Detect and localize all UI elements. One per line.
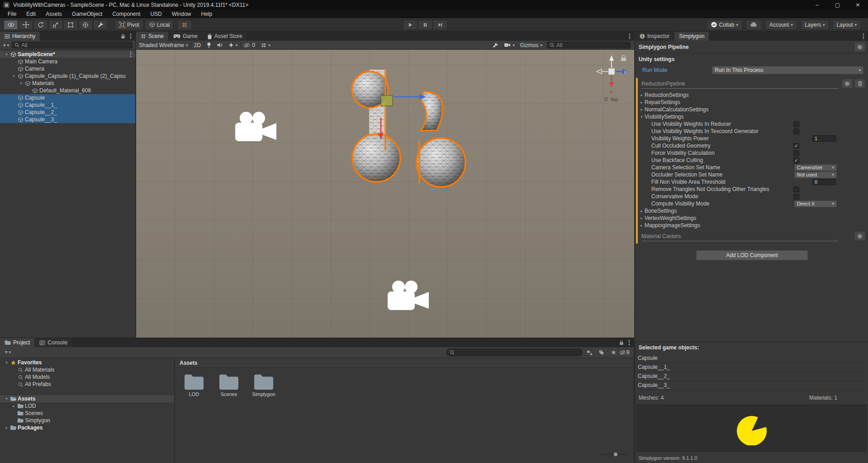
gizmos-dropdown[interactable]: Gizmos▾ bbox=[517, 41, 545, 50]
menu-item-assets[interactable]: Assets bbox=[41, 10, 67, 18]
tab-hierarchy[interactable]: Hierarchy bbox=[0, 32, 40, 41]
inspector-property[interactable]: Compute Visibility ModeDirect X▾ bbox=[635, 200, 868, 207]
hierarchy-row[interactable]: Camera bbox=[0, 65, 135, 72]
hierarchy-row[interactable]: ▾Capsule_Capsule (1)_Capsule (2)_Capsu bbox=[0, 72, 135, 80]
pipeline-settings-gear-button[interactable] bbox=[842, 79, 853, 88]
inspector-property[interactable]: Conservative Mode bbox=[635, 193, 868, 200]
view-tool-button[interactable] bbox=[4, 20, 18, 30]
foldout-arrow-icon[interactable]: ▾ bbox=[4, 52, 9, 57]
lighting-toggle[interactable] bbox=[204, 41, 214, 50]
foldout-arrow-icon[interactable]: ▸ bbox=[639, 107, 645, 112]
material-casters-gear-button[interactable] bbox=[854, 231, 865, 241]
rotate-tool-button[interactable] bbox=[33, 20, 48, 30]
scene-tools-button[interactable] bbox=[490, 41, 501, 50]
inspector-foldout[interactable]: ▾VisibilitySettings bbox=[635, 113, 868, 120]
project-search-input[interactable] bbox=[446, 348, 583, 356]
run-mode-dropdown[interactable]: Run In This Process▾ bbox=[712, 66, 863, 74]
thumbnail-size-slider[interactable] bbox=[600, 454, 627, 455]
pipeline-gear-button[interactable] bbox=[854, 42, 865, 52]
kebab-menu-icon[interactable] bbox=[130, 51, 132, 57]
inspector-property[interactable]: Remove Triangles Not Occluding Other Tri… bbox=[635, 186, 868, 193]
hierarchy-search-input[interactable]: All bbox=[12, 42, 133, 48]
tab-simplygon[interactable]: Simplygon bbox=[674, 32, 709, 41]
lock-icon[interactable] bbox=[621, 56, 626, 62]
asset-folder-lod[interactable]: LOD bbox=[180, 373, 209, 397]
inspector-property[interactable]: Use Visibility Weights In Reducer bbox=[635, 120, 868, 128]
checkbox[interactable] bbox=[793, 150, 799, 156]
asset-folder-simplygon[interactable]: Simplygon bbox=[249, 373, 278, 397]
hierarchy-row[interactable]: Capsule__3_ bbox=[0, 116, 135, 123]
inspector-property[interactable]: Occluder Selection Set NameNot used▾ bbox=[635, 171, 868, 178]
value-input[interactable]: 0 bbox=[812, 179, 836, 185]
step-button[interactable] bbox=[433, 20, 447, 30]
transform-tool-button[interactable] bbox=[78, 20, 93, 30]
hierarchy-row[interactable]: ▾SampleScene* bbox=[0, 51, 135, 58]
kebab-menu-icon[interactable] bbox=[628, 339, 630, 346]
menu-item-usd[interactable]: USD bbox=[145, 10, 166, 18]
pipeline-delete-button[interactable] bbox=[854, 79, 865, 88]
menu-item-window[interactable]: Window bbox=[167, 10, 196, 18]
project-tree-row[interactable]: All Prefabs bbox=[0, 381, 174, 388]
grid-visibility-dropdown[interactable]: ▾ bbox=[258, 41, 273, 50]
filter-by-label-button[interactable] bbox=[596, 348, 607, 356]
kebab-menu-icon[interactable] bbox=[863, 33, 864, 39]
project-tree-row[interactable]: Simplygon bbox=[0, 417, 174, 424]
layers-dropdown[interactable]: Layers▾ bbox=[801, 20, 829, 30]
inspector-property[interactable]: Camera Selection Set NameCameraSet▾ bbox=[635, 164, 868, 171]
hierarchy-row[interactable]: Default_Material_606 bbox=[0, 87, 135, 94]
move-tool-button[interactable] bbox=[19, 20, 33, 30]
scene-search-input[interactable]: All bbox=[547, 42, 631, 48]
checkbox[interactable] bbox=[793, 186, 799, 192]
grid-snap-button[interactable] bbox=[177, 20, 192, 30]
foldout-arrow-icon[interactable]: ▸ bbox=[639, 216, 645, 220]
inspector-property[interactable]: Use Backface Culling✓ bbox=[635, 157, 868, 164]
close-button[interactable]: ✕ bbox=[848, 0, 868, 10]
project-tree-row[interactable]: All Models bbox=[0, 373, 174, 381]
foldout-arrow-icon[interactable]: ▸ bbox=[639, 93, 645, 97]
inspector-foldout[interactable]: ▸NormalCalculationSettings bbox=[635, 106, 868, 113]
checkbox[interactable] bbox=[793, 194, 799, 200]
inspector-property[interactable]: Use Visibility Weights In Texcoord Gener… bbox=[635, 128, 868, 135]
lock-icon[interactable] bbox=[619, 340, 624, 345]
hierarchy-row[interactable]: Capsule bbox=[0, 94, 135, 101]
inspector-property[interactable]: Fill Non Visible Area Threshold0 bbox=[635, 178, 868, 186]
draw-mode-dropdown[interactable]: Shaded Wireframe▾ bbox=[136, 41, 191, 50]
project-tree-row[interactable]: ▾Favorites bbox=[0, 359, 174, 366]
kebab-menu-icon[interactable] bbox=[130, 33, 132, 39]
hierarchy-row[interactable]: Main Camera bbox=[0, 58, 135, 65]
inspector-foldout[interactable]: ▸RepairSettings bbox=[635, 99, 868, 106]
scene-orientation-gizmo[interactable]: z x Iso bbox=[597, 55, 628, 103]
camera-gizmo-2[interactable] bbox=[388, 281, 429, 310]
material-casters-field[interactable]: Material Casters bbox=[641, 231, 839, 241]
foldout-arrow-icon[interactable]: ▾ bbox=[639, 115, 645, 119]
checkbox[interactable] bbox=[793, 121, 799, 127]
hidden-count-button[interactable]: 9 bbox=[619, 348, 630, 356]
foldout-arrow-icon[interactable]: ▾ bbox=[11, 74, 17, 78]
menu-item-component[interactable]: Component bbox=[107, 10, 145, 18]
value-dropdown[interactable]: CameraSet▾ bbox=[794, 164, 837, 171]
effects-dropdown[interactable]: ▾ bbox=[226, 41, 241, 50]
checkbox[interactable]: ✓ bbox=[793, 158, 799, 163]
inspector-foldout[interactable]: ▸ReductionSettings bbox=[635, 91, 868, 99]
menu-item-file[interactable]: File bbox=[3, 10, 21, 18]
project-tree-row[interactable]: ▾Assets bbox=[0, 395, 174, 402]
foldout-arrow-icon[interactable]: ▸ bbox=[639, 100, 645, 105]
tab-scene[interactable]: Scene bbox=[136, 32, 169, 41]
scene-viewport[interactable]: z x Iso bbox=[136, 50, 634, 338]
tab-inspector[interactable]: Inspector bbox=[635, 32, 674, 41]
inspector-foldout[interactable]: ▸VertexWeightSettings bbox=[635, 215, 868, 222]
scale-tool-button[interactable] bbox=[48, 20, 63, 30]
inspector-foldout[interactable]: ▸MappingImageSettings bbox=[635, 222, 868, 229]
2d-toggle[interactable]: 2D bbox=[191, 41, 204, 50]
hierarchy-row[interactable]: Capsule__1_ bbox=[0, 101, 135, 109]
project-tree-row[interactable]: Scenes bbox=[0, 410, 174, 417]
hierarchy-row[interactable]: ▾Materials bbox=[0, 80, 135, 87]
tab-asset-store[interactable]: Asset Store bbox=[203, 32, 247, 41]
value-input[interactable]: 1 bbox=[812, 135, 836, 142]
tab-game[interactable]: Game bbox=[169, 32, 203, 41]
asset-folder-scenes[interactable]: Scenes bbox=[214, 373, 243, 397]
menu-item-gameobject[interactable]: GameObject bbox=[67, 10, 107, 18]
account-dropdown[interactable]: Account▾ bbox=[765, 20, 797, 30]
create-asset-button[interactable]: +▾ bbox=[2, 348, 14, 355]
add-lod-component-button[interactable]: Add LOD Component bbox=[696, 250, 808, 260]
